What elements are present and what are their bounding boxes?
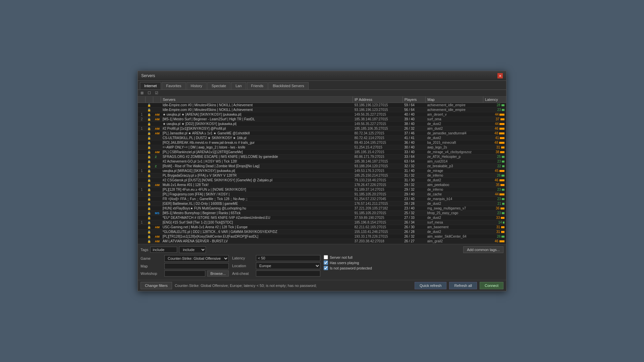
tab-lan[interactable]: Lan [231, 82, 246, 89]
tab-friends[interactable]: Friends [247, 82, 268, 89]
toolbar-btn-1[interactable]: ⊞ [139, 90, 145, 96]
row-ip: 178.26.47.226:27015 [353, 183, 403, 187]
table-row[interactable]: 2 🔒 AM [MS-1] Mestro Surf | Beginner - L… [138, 117, 506, 122]
table-row[interactable]: 🔒 [PL] Fragujesmy.com [FFA] | SKINY / KO… [138, 192, 506, 197]
table-row[interactable]: 🔒 MS [MS-1] Mestro Bunnyhop | Beginner |… [138, 211, 506, 216]
row-name: [PL][128 TR] 4Fun.eu ≥ 4FUN ≥ | [NOWE SK… [161, 187, 353, 192]
row-ip: 185.38.146.187:27015 [353, 117, 403, 122]
table-row[interactable]: 🔒 #2 Achievement-GO.pl 1v1 | KOSY WS | T… [138, 159, 506, 164]
col-header-latency[interactable]: Latency [483, 97, 506, 103]
row-latency: 14 [483, 220, 506, 225]
row-num [138, 192, 146, 197]
table-row[interactable]: 🔒 CS-ULTRASKILL.PL | DUST2 ★ SKINY/KOSY … [138, 136, 506, 140]
col-header-secure[interactable] [146, 97, 153, 103]
table-row[interactable]: 🔒 ★ uwujka.pl ★ [DD2] [SKINY/KOSY] |puka… [138, 122, 506, 126]
table-row[interactable]: 🔒 AM [PL] CSBRankinziel.pl [ARENA1v1][12… [138, 150, 506, 155]
tab-favorites[interactable]: Favorites [162, 82, 185, 89]
row-map: de_cache [426, 192, 483, 197]
row-map: de_dust2 [426, 178, 483, 183]
row-latency: 36 [483, 206, 506, 211]
table-row[interactable]: 🔒 *GLOBALELITE.pl | DD2 | 128TICK , 6 VA… [138, 230, 506, 234]
row-lock: 🔒 [146, 230, 153, 234]
row-name: uwujka.pl [MIRAGE] [SKINY/KOSY] |pukawka… [161, 169, 353, 173]
tags-dropdown[interactable]: include exclude [179, 246, 206, 253]
game-select[interactable]: Counter-Strike: Global Offensive [164, 255, 229, 262]
row-lock: 🔒 [146, 220, 153, 225]
table-row[interactable]: 🔒 AM [PL] Jamastke.pl ★ ARENA ≥ 1v1 ★ Ga… [138, 131, 506, 136]
row-num [138, 216, 146, 220]
change-filters-button[interactable]: Change filters [141, 282, 172, 289]
toolbar-btn-2[interactable]: ☐ [146, 90, 152, 96]
table-row[interactable]: 1 🔒 uwujka.pl [MIRAGE] [SKINY/KOSY] |puk… [138, 169, 506, 173]
table-row[interactable]: 🔒 AM USC-Gaming.net | Multi-1v1 Arena #2… [138, 225, 506, 230]
anticheat-input[interactable] [256, 270, 320, 277]
row-num [138, 225, 146, 230]
window-title: Servers [141, 73, 155, 78]
server-table: Servers IP Address Players Map Latency 🔒… [138, 97, 506, 244]
tags-input[interactable] [150, 247, 177, 253]
add-tags-button[interactable]: Add common tags... [463, 246, 503, 253]
table-row[interactable]: 1 🔒 AM ★ uwujka.pl ★ [ARENA] [SKINY/KOSY… [138, 112, 506, 117]
toolbar-btn-3[interactable]: ☑ [154, 90, 160, 96]
table-row[interactable]: 🔒 #2 CSGdansk.pl [DUST2] [NOWE SKINY/KOS… [138, 178, 506, 183]
quick-refresh-button[interactable]: Quick refresh [415, 282, 446, 289]
row-players: 33 / 64 [402, 155, 426, 159]
tab-bar: Internet Favorites History Spectate Lan … [138, 81, 506, 90]
row-map: de_dust2 [426, 230, 483, 234]
latency-input[interactable] [256, 255, 320, 261]
row-lock: 🔒 [146, 201, 153, 206]
row-num [138, 155, 146, 159]
table-row[interactable]: 1 🔒 [PL][128 TR] 4Fun.eu ≥ 4FUN ≥ | [NOW… [138, 187, 506, 192]
row-map: mg_swag_multigames_v7 [426, 206, 483, 211]
table-row[interactable]: 🔒 Z SFRAGS.ORG #2 ZOMBIE ESCAPE | IWS KN… [138, 155, 506, 159]
table-row[interactable]: 1 🔒 AM #2 Profill.pl [1v1][SKINY/KOSY] @… [138, 126, 506, 131]
server-not-full-checkbox[interactable] [324, 255, 328, 259]
col-header-name[interactable]: Servers [161, 97, 353, 103]
filter-section: Tags include exclude Add common tags... … [138, 244, 506, 280]
no-password-checkbox[interactable] [324, 266, 328, 270]
table-row[interactable]: 🔒 FR =[4od]= FFA ;; Fun ;; GameMe ;; Tic… [138, 197, 506, 201]
table-row[interactable]: 🔒 Idle-Empire.com #0 | Minutes4Skins | N… [138, 108, 506, 112]
table-row[interactable]: 1 🔒 [ENG] #15 Surf Skill [Tier 1-2] [100… [138, 220, 506, 225]
bottom-bar: Change filters Counter-Strike: Global Of… [138, 280, 506, 291]
col-header-map[interactable]: Map [426, 97, 483, 103]
table-row[interactable]: 🔒 *EU* DEATHMATCH # ISTORE IWS KNIFE IVI… [138, 216, 506, 220]
col-header-pin[interactable] [138, 97, 146, 103]
browse-button[interactable]: Browse... [207, 270, 229, 277]
row-players: 39 / 40 [402, 117, 426, 122]
refresh-all-button[interactable]: Refresh all [449, 282, 477, 289]
table-row[interactable]: 🔒 Idle-Empire.com #0 | Minutes4Skins | N… [138, 103, 506, 108]
col-header-players[interactable]: Players [402, 97, 426, 103]
tab-internet[interactable]: Internet [140, 82, 161, 89]
location-select[interactable]: Europe North America Asia [256, 262, 320, 269]
row-players: 31 / 40 [402, 169, 426, 173]
row-lock: 🔒 [146, 164, 153, 169]
table-row[interactable]: 🔒 PL BrygadaGraczy.pl ≥ [FFA] ≥ V SKINY … [138, 173, 506, 178]
tab-spectate[interactable]: Spectate [207, 82, 230, 89]
table-row[interactable]: 🔒 AM [PL][TR128]1vs1[128]v[Kosy|SkillCen… [138, 234, 506, 239]
table-row[interactable]: 🔒 [HUN] xtrFlayBoys★ FUN MultiGaming @Lu… [138, 206, 506, 211]
table-row[interactable]: 🔒 [GER] Battlewise.XL | D2-Only | 16000$… [138, 201, 506, 206]
tab-history[interactable]: History [186, 82, 207, 89]
row-num [138, 145, 146, 150]
workshop-input[interactable] [164, 270, 205, 277]
server-list[interactable]: Servers IP Address Players Map Latency 🔒… [138, 97, 506, 244]
map-input[interactable] [164, 263, 229, 269]
checkbox-group: Server not full Has users playing Is not… [324, 255, 412, 277]
table-toolbar: ⊞ ☐ ☑ [138, 90, 506, 97]
tab-blacklisted[interactable]: Blacklisted Servers [268, 82, 309, 89]
table-row[interactable]: 🔒 [RO] JAILBREAK #tb.mevid.ro # www.jail… [138, 140, 506, 145]
table-row[interactable]: 🔒 AM Multi-1v1 Arena #01 | 128 Tick! 178… [138, 183, 506, 187]
row-ip: 91.189.37.14:27015 [353, 187, 403, 192]
has-users-checkbox[interactable] [324, 260, 328, 265]
close-button[interactable]: ✕ [497, 73, 503, 78]
table-row[interactable]: 🔒 =~AWP ONLY~= | DM | awp_lego_2 | lstor… [138, 145, 506, 150]
row-num [138, 108, 146, 112]
table-row[interactable]: 🔒 AM AM LATVIAN ARENA SERVER - BURST.LV … [138, 239, 506, 244]
server-not-full-label: Server not full [330, 255, 353, 259]
col-header-ip[interactable]: IP Address [353, 97, 403, 103]
no-password-row: Is not password protected [324, 266, 412, 270]
table-row[interactable]: 🔒 Z [RoW] - Rise of The Walking Dead | Z… [138, 164, 506, 169]
connect-button[interactable]: Connect [480, 282, 503, 289]
col-header-boost[interactable] [153, 97, 161, 103]
